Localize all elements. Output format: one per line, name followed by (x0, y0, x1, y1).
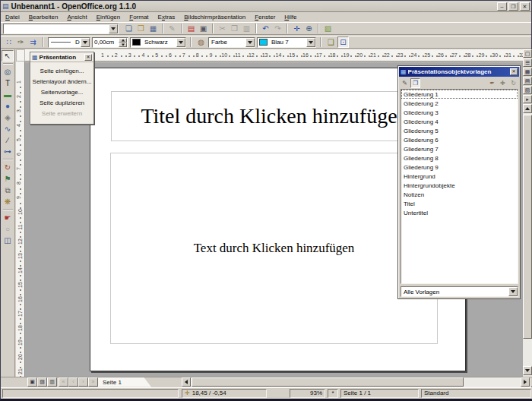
menu-item[interactable]: Hilfe (280, 13, 301, 22)
navigator-icon[interactable]: ✛ (291, 23, 302, 34)
fill-color-select[interactable]: Blau 7 (257, 37, 316, 48)
line-style-dropdown-button[interactable] (81, 38, 90, 47)
fill-format-mode-icon[interactable]: ✒ (487, 78, 497, 88)
export-pdf-icon[interactable]: ▤ (185, 23, 197, 34)
ellipse-icon[interactable]: ● (2, 100, 14, 112)
outline-view-button[interactable]: ☰ (523, 58, 532, 67)
connector-icon[interactable]: ⊶ (2, 146, 14, 157)
menu-item[interactable]: Bearbeiten (24, 13, 63, 22)
tab-seite-1[interactable]: Seite 1 (98, 377, 151, 387)
paste-icon[interactable]: ▥ (241, 23, 252, 34)
fill-color-dropdown-button[interactable] (306, 38, 315, 47)
drawing-view-button[interactable]: ▢ (523, 49, 532, 58)
cut-icon[interactable]: ✂ (217, 23, 228, 34)
zoom-icon[interactable]: ◎ (2, 66, 14, 77)
line-color-select[interactable]: Schwarz (130, 37, 186, 48)
status-zoom-field[interactable]: 93% (290, 389, 325, 398)
fill-type-select[interactable]: Farbe (208, 37, 255, 48)
horizontal-scrollbar[interactable] (182, 377, 530, 387)
horizontal-ruler[interactable]: 1234567891011121314151617181920212223242… (25, 49, 524, 62)
handout-view-button[interactable]: ▧ (523, 86, 532, 94)
print-icon[interactable]: ▣ (198, 23, 209, 34)
hyperlink-icon[interactable]: ⊕ (303, 23, 315, 34)
graphics-styles-icon[interactable]: ✎ (400, 78, 410, 88)
rotate-icon[interactable]: ↻ (2, 162, 14, 173)
arrange-icon[interactable]: ⧉ (2, 185, 14, 196)
style-list-item[interactable]: Gliederung 6 (401, 135, 518, 144)
new-document-icon[interactable]: ❏ (123, 23, 135, 34)
style-list-item[interactable]: Gliederung 5 (401, 126, 518, 135)
palette-close-button[interactable]: ✕ (84, 54, 92, 61)
presentation-box-icon[interactable]: ⊡ (337, 36, 349, 48)
status-style-field[interactable]: Standard (421, 389, 531, 398)
style-list-item[interactable]: Hintergrund (401, 172, 518, 181)
style-list-item[interactable]: Untertitel (401, 208, 518, 217)
styles-close-button[interactable]: ✕ (510, 68, 518, 75)
fill-style-icon[interactable]: ◍ (195, 36, 207, 48)
style-list-item[interactable]: Gliederung 9 (401, 163, 518, 172)
style-list-item[interactable]: Gliederung 7 (401, 144, 518, 153)
menu-item[interactable]: Ansicht (62, 13, 91, 22)
lines-arrows-icon[interactable]: ∕ (2, 134, 14, 146)
url-input[interactable] (4, 25, 109, 32)
alignment-icon[interactable]: ⚑ (2, 173, 14, 185)
slide-body-placeholder[interactable]: Text durch Klicken hinzufügen (110, 153, 438, 344)
animation-icon[interactable]: ○ (2, 223, 14, 235)
spin-down-button[interactable] (119, 43, 127, 47)
style-list-item[interactable]: Gliederung 8 (401, 153, 518, 163)
menu-item[interactable]: Extras (154, 13, 180, 22)
last-page-button[interactable]: » (88, 377, 98, 387)
slide-view-button[interactable]: ▦ (523, 68, 532, 76)
scroll-down-button[interactable] (523, 366, 532, 375)
url-dropdown-button[interactable] (109, 24, 118, 33)
line-width-input[interactable] (93, 38, 119, 47)
open-icon[interactable]: ❒ (135, 23, 147, 34)
menu-item[interactable]: Fenster (250, 13, 280, 22)
style-list-item[interactable]: Titel (401, 199, 518, 208)
duplicate-slide-button[interactable]: Seite duplizieren (30, 97, 93, 108)
interaction-icon[interactable]: ☛ (2, 212, 14, 223)
fill-type-dropdown-button[interactable] (245, 38, 255, 47)
slide-design-button[interactable]: Seitenvorlage... (30, 87, 93, 97)
first-page-button[interactable]: « (59, 377, 68, 387)
3d-objects-icon[interactable]: ◈ (2, 112, 14, 123)
restore-button[interactable]: ❐ (508, 2, 518, 11)
line-dialog-icon[interactable]: ✑ (15, 36, 27, 48)
horizontal-scroll-thumb[interactable] (192, 377, 464, 387)
notes-view-button[interactable]: ▤ (523, 77, 532, 85)
edit-points-icon[interactable]: ∷ (3, 36, 14, 48)
vertical-scroll-thumb[interactable] (523, 115, 532, 339)
styles-title-bar[interactable]: ▦ Präsentationsobjektvorlagen ✕ (399, 67, 519, 77)
select-icon[interactable]: ↖ (2, 50, 14, 62)
layer-view-button[interactable]: ▥ (47, 377, 57, 387)
scroll-up-button[interactable] (523, 104, 532, 113)
copy-icon[interactable]: ❐ (229, 23, 240, 34)
update-style-icon[interactable]: ↻ (508, 78, 518, 88)
vertical-scrollbar[interactable] (523, 104, 532, 377)
shadow-icon[interactable]: ❑ (325, 36, 337, 48)
gallery-icon[interactable]: ▧ (322, 23, 334, 34)
style-list-item[interactable]: Gliederung 4 (401, 117, 518, 126)
previous-page-button[interactable]: ‹ (68, 377, 78, 387)
menu-item[interactable]: Format (125, 13, 153, 22)
redo-icon[interactable]: ↷ (272, 23, 283, 34)
presentation-icon[interactable]: ◫ (2, 235, 14, 246)
slide-title-placeholder[interactable]: Titel durch Klicken hinzufügen (111, 91, 438, 141)
insert-slide-button[interactable]: Seite einfügen... (30, 65, 93, 76)
effects-icon[interactable]: ❋ (2, 196, 14, 207)
menu-item[interactable]: Einfügen (92, 13, 125, 22)
line-width-stepper[interactable] (92, 37, 128, 48)
modify-layout-button[interactable]: Seitenlayout ändern... (30, 76, 93, 87)
url-combobox[interactable] (3, 24, 119, 34)
style-list-item[interactable]: Hintergrundobjekte (401, 181, 518, 190)
minimize-button[interactable]: – (497, 2, 507, 11)
style-list-item[interactable]: Gliederung 1 (401, 90, 518, 99)
menu-item[interactable]: Datei (1, 13, 24, 22)
line-color-dropdown-button[interactable] (176, 38, 185, 47)
presentation-styles-icon[interactable]: ❐ (410, 78, 420, 88)
master-view-button[interactable]: ▨ (37, 377, 47, 387)
arrow-heads-icon[interactable]: ⇉ (27, 36, 39, 48)
text-icon[interactable]: T (2, 77, 14, 89)
title-bar[interactable]: ▤ Unbenannt1 - OpenOffice.org 1.1.0 –❐✕ (1, 1, 531, 12)
edit-file-icon[interactable]: ✎ (166, 23, 178, 34)
